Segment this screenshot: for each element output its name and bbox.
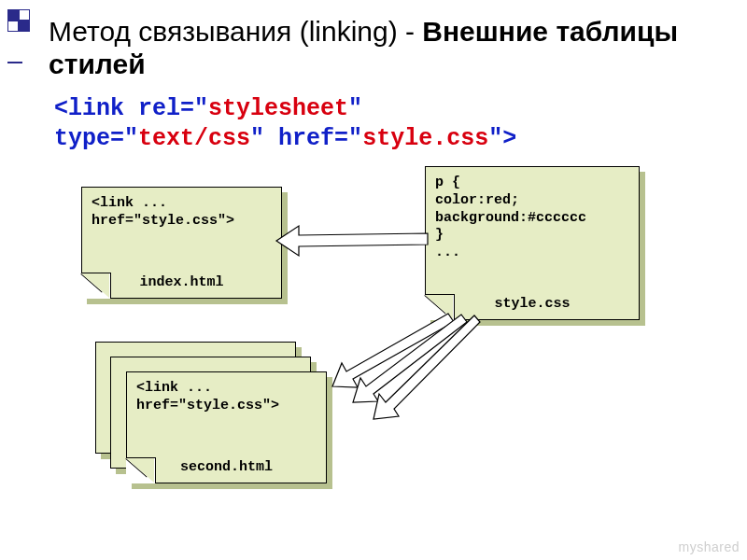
dog-ear-icon [126,457,156,483]
file-label: style.css [426,296,639,314]
deco-line [7,62,22,63]
code-token: rel= [138,95,194,122]
deco-square [19,21,30,32]
deco-square [19,9,30,21]
watermark: myshared [679,539,740,554]
code-token [264,125,278,152]
arrow-icon [353,315,467,402]
arrow-icon [332,314,454,387]
file-content-line: } [435,227,629,245]
file-content-line: <link ... [136,380,317,398]
file-style-css: p { color:red; background:#cccccc } ... … [425,166,640,320]
slide-title: Метод связывания (linking) - Внешние таб… [49,15,721,81]
code-line-2: type="text/css" href="style.css"> [54,125,516,152]
file-content-line: background:#cccccc [435,210,629,228]
arrow-icon [276,226,428,256]
code-token: <link [54,95,138,122]
file-content-line: href="style.css"> [92,213,272,231]
deco-square [7,21,19,32]
dog-ear-icon [425,294,455,320]
code-token: text/css [138,125,250,152]
title-part1: Метод связывания (linking) - [49,16,422,47]
file-content-line: p { [435,175,629,192]
file-content-line: ... [435,245,629,262]
arrow-icon [374,315,480,419]
code-line-1: <link rel="stylesheet" [54,95,362,122]
code-token: " [348,125,362,152]
file-content-line: <link ... [92,195,272,213]
file-index-html: <link ... href="style.css"> index.html [81,187,282,299]
file-label: index.html [82,274,281,292]
dog-ear-icon [81,273,111,299]
code-token: > [502,125,516,152]
code-token: style.css [362,125,488,152]
deco-square [7,9,19,21]
code-token: href= [278,125,348,152]
file-content-line: color:red; [435,192,629,210]
code-token: " [194,95,208,122]
code-token: stylesheet [208,95,348,122]
slide: Метод связывания (linking) - Внешние таб… [0,0,747,560]
code-token: " [250,125,264,152]
file-content-line: href="style.css"> [136,398,317,415]
file-label: second.html [127,459,326,477]
code-token: " [348,95,362,122]
code-token: type= [54,125,124,152]
file-second-html: <link ... href="style.css"> second.html [126,371,327,483]
code-token: " [488,125,502,152]
code-token: " [124,125,138,152]
